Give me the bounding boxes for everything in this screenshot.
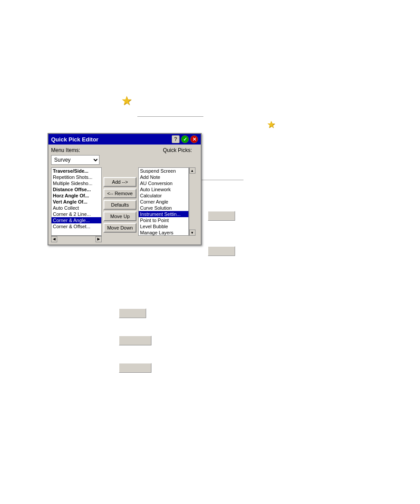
list-item[interactable]: Manage Layers — [139, 230, 188, 236]
vscroll-down-arrow[interactable]: ▼ — [189, 230, 195, 236]
list-item[interactable]: Point to Point — [139, 217, 188, 223]
gray-button-5[interactable] — [119, 363, 151, 373]
star-icon-2: ★ — [267, 119, 276, 130]
list-item[interactable]: Add Note — [139, 174, 188, 180]
list-item[interactable]: Repetition Shots... — [52, 174, 101, 180]
list-item[interactable]: Curve Solution — [139, 205, 188, 211]
list-item[interactable]: Multiple Sidesho... — [52, 180, 101, 186]
list-item[interactable]: Corner & 2 Line... — [52, 211, 101, 217]
defaults-button[interactable]: Defaults — [103, 200, 136, 210]
add-button[interactable]: Add --> — [103, 177, 136, 187]
list-item[interactable]: Level Bubble — [139, 223, 188, 230]
list-item[interactable]: Corner & Offset... — [52, 223, 101, 230]
move-down-button[interactable]: Move Down — [103, 223, 136, 233]
hscroll-right-arrow[interactable]: ▶ — [96, 236, 102, 242]
menu-items-list[interactable]: Traverse/Side... Repetition Shots... Mul… — [51, 167, 102, 236]
close-button[interactable]: ✕ — [190, 135, 198, 143]
quick-picks-label: Quick Picks: — [163, 147, 192, 153]
list-item[interactable]: Corner & Angle... — [52, 217, 101, 223]
help-button[interactable]: ? — [172, 135, 180, 143]
menu-dropdown[interactable]: Survey — [51, 155, 99, 165]
menu-items-label: Menu Items: — [51, 147, 80, 153]
list-item[interactable]: Calculator — [139, 193, 188, 199]
vscroll-track: ▲ ▼ — [189, 167, 195, 236]
list-item[interactable]: Traverse/Side... — [52, 168, 101, 174]
hline-2 — [202, 180, 243, 180]
list-item[interactable]: Distance Offse... — [52, 186, 101, 193]
list-item[interactable]: Auto Linework — [139, 186, 188, 193]
quick-pick-editor-dialog: Quick Pick Editor ? ✓ ✕ Menu Items: Quic… — [48, 133, 202, 245]
list-item[interactable]: Instrument Settin... — [139, 211, 188, 217]
list-item[interactable]: Corner Angle — [139, 199, 188, 205]
list-item[interactable]: Vert Angle Of... — [52, 199, 101, 205]
ok-button[interactable]: ✓ — [181, 135, 189, 143]
gray-button-2[interactable] — [208, 246, 235, 256]
hscroll-track — [57, 236, 96, 242]
action-buttons: Add --> <-- Remove Defaults Move Up Move… — [103, 167, 136, 242]
hline-1 — [137, 116, 203, 117]
gray-button-3[interactable] — [119, 308, 146, 318]
list-item[interactable]: Suspend Screen — [139, 168, 188, 174]
list-item[interactable]: AU Conversion — [139, 180, 188, 186]
quick-picks-list[interactable]: Suspend Screen Add Note AU Conversion Au… — [138, 167, 189, 236]
move-up-button[interactable]: Move Up — [103, 211, 136, 221]
gray-button-1[interactable] — [208, 211, 235, 221]
dialog-titlebar: Quick Pick Editor ? ✓ ✕ — [48, 134, 201, 145]
gray-button-4[interactable] — [119, 336, 151, 345]
remove-button[interactable]: <-- Remove — [103, 189, 136, 198]
list-item[interactable]: Auto Collect — [52, 205, 101, 211]
dialog-title: Quick Pick Editor — [51, 136, 99, 143]
list-item[interactable]: Horz Angle Of... — [52, 193, 101, 199]
star-icon-1: ★ — [121, 93, 132, 108]
vscroll-up-arrow[interactable]: ▲ — [189, 167, 195, 174]
hscroll-left-arrow[interactable]: ◀ — [51, 236, 57, 242]
